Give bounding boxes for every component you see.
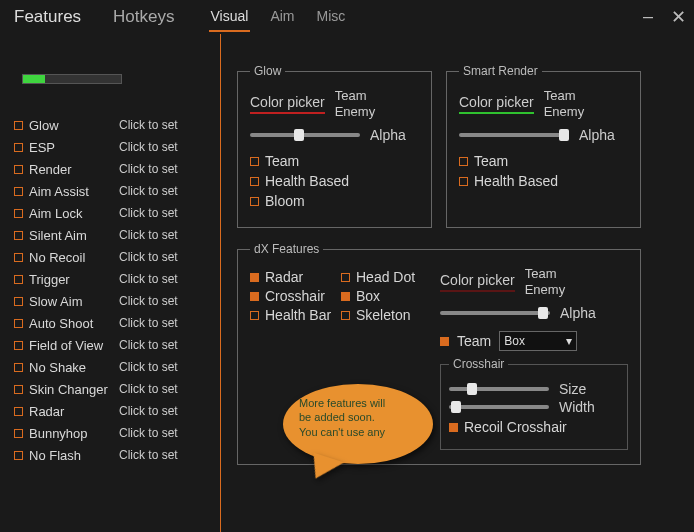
crosshair-width-slider[interactable]	[449, 405, 549, 409]
dx-team-checkbox[interactable]	[440, 337, 449, 346]
feature-hotkey-set[interactable]: Click to set	[119, 448, 178, 462]
subtab-visual[interactable]: Visual	[209, 2, 251, 32]
feature-checkbox[interactable]	[14, 121, 23, 130]
sidebar: GlowClick to setESPClick to setRenderCli…	[0, 34, 220, 532]
feature-label: No Shake	[29, 360, 119, 375]
smart-team-checkbox[interactable]	[459, 157, 468, 166]
glow-alpha-slider[interactable]	[250, 133, 360, 137]
smart-color-picker[interactable]: Color picker	[459, 94, 534, 114]
smart-enemy-label[interactable]: Enemy	[544, 104, 584, 120]
chevron-down-icon: ▾	[566, 334, 572, 348]
glow-team-checkbox[interactable]	[250, 157, 259, 166]
crosshair-group: Crosshair Size Width Recoil Crosshair	[440, 357, 628, 450]
crosshair-size-slider[interactable]	[449, 387, 549, 391]
dx-alpha-label: Alpha	[560, 305, 596, 321]
feature-hotkey-set[interactable]: Click to set	[119, 404, 178, 418]
feature-label: Bunnyhop	[29, 426, 119, 441]
feature-hotkey-set[interactable]: Click to set	[119, 206, 178, 220]
feature-label: ESP	[29, 140, 119, 155]
feature-checkbox[interactable]	[14, 341, 23, 350]
feature-label: Skin Changer	[29, 382, 119, 397]
glow-title: Glow	[250, 64, 285, 78]
smart-team-label[interactable]: Team	[544, 88, 584, 104]
feature-checkbox[interactable]	[14, 385, 23, 394]
feature-checkbox[interactable]	[14, 187, 23, 196]
feature-checkbox[interactable]	[14, 407, 23, 416]
dx-color-picker[interactable]: Color picker	[440, 272, 515, 292]
feature-checkbox[interactable]	[14, 429, 23, 438]
close-icon[interactable]: ✕	[671, 6, 686, 28]
dx-title: dX Features	[250, 242, 323, 256]
dx-checkbox[interactable]	[250, 292, 259, 301]
feature-hotkey-set[interactable]: Click to set	[119, 426, 178, 440]
smart-health-checkbox[interactable]	[459, 177, 468, 186]
visual-panel: Glow Color picker Team Enemy Alpha Team …	[220, 34, 694, 532]
tab-features[interactable]: Features	[8, 3, 87, 31]
smart-alpha-slider[interactable]	[459, 133, 569, 137]
feature-hotkey-set[interactable]: Click to set	[119, 184, 178, 198]
tab-hotkeys[interactable]: Hotkeys	[107, 3, 180, 31]
glow-team-label[interactable]: Team	[335, 88, 375, 104]
feature-label: Field of View	[29, 338, 119, 353]
feature-label: Radar	[29, 404, 119, 419]
dx-team-label[interactable]: Team	[525, 266, 565, 282]
feature-hotkey-set[interactable]: Click to set	[119, 382, 178, 396]
dx-checkbox[interactable]	[250, 273, 259, 282]
feature-checkbox[interactable]	[14, 275, 23, 284]
dx-checkbox[interactable]	[341, 292, 350, 301]
dx-checkbox[interactable]	[250, 311, 259, 320]
feature-label: Render	[29, 162, 119, 177]
subtab-misc[interactable]: Misc	[315, 2, 348, 32]
feature-label: Aim Lock	[29, 206, 119, 221]
feature-checkbox[interactable]	[14, 231, 23, 240]
feature-hotkey-set[interactable]: Click to set	[119, 360, 178, 374]
feature-checkbox[interactable]	[14, 319, 23, 328]
glow-color-picker[interactable]: Color picker	[250, 94, 325, 114]
feature-checkbox[interactable]	[14, 451, 23, 460]
glow-alpha-label: Alpha	[370, 127, 406, 143]
smart-title: Smart Render	[459, 64, 542, 78]
feature-hotkey-set[interactable]: Click to set	[119, 294, 178, 308]
recoil-crosshair-checkbox[interactable]	[449, 423, 458, 432]
feature-hotkey-set[interactable]: Click to set	[119, 250, 178, 264]
feature-checkbox[interactable]	[14, 253, 23, 262]
feature-checkbox[interactable]	[14, 143, 23, 152]
feature-checkbox[interactable]	[14, 363, 23, 372]
minimize-icon[interactable]: –	[643, 6, 653, 28]
feature-label: Glow	[29, 118, 119, 133]
smart-render-panel: Smart Render Color picker Team Enemy Alp…	[446, 64, 641, 228]
progress-bar	[22, 74, 122, 84]
dx-checkbox[interactable]	[341, 311, 350, 320]
feature-hotkey-set[interactable]: Click to set	[119, 228, 178, 242]
dx-alpha-slider[interactable]	[440, 311, 550, 315]
feature-checkbox[interactable]	[14, 297, 23, 306]
feature-checkbox[interactable]	[14, 165, 23, 174]
smart-alpha-label: Alpha	[579, 127, 615, 143]
feature-hotkey-set[interactable]: Click to set	[119, 272, 178, 286]
subtab-aim[interactable]: Aim	[268, 2, 296, 32]
glow-health-checkbox[interactable]	[250, 177, 259, 186]
feature-hotkey-set[interactable]: Click to set	[119, 140, 178, 154]
feature-label: Slow Aim	[29, 294, 119, 309]
feature-label: No Recoil	[29, 250, 119, 265]
feature-hotkey-set[interactable]: Click to set	[119, 316, 178, 330]
feature-hotkey-set[interactable]: Click to set	[119, 162, 178, 176]
feature-label: Aim Assist	[29, 184, 119, 199]
feature-label: Auto Shoot	[29, 316, 119, 331]
dx-enemy-label[interactable]: Enemy	[525, 282, 565, 298]
feature-hotkey-set[interactable]: Click to set	[119, 118, 178, 132]
glow-bloom-checkbox[interactable]	[250, 197, 259, 206]
info-bubble: More features will be added soon. You ca…	[283, 384, 433, 479]
feature-label: Silent Aim	[29, 228, 119, 243]
glow-enemy-label[interactable]: Enemy	[335, 104, 375, 120]
dx-checkbox[interactable]	[341, 273, 350, 282]
feature-label: Trigger	[29, 272, 119, 287]
glow-panel: Glow Color picker Team Enemy Alpha Team …	[237, 64, 432, 228]
feature-hotkey-set[interactable]: Click to set	[119, 338, 178, 352]
feature-label: No Flash	[29, 448, 119, 463]
dx-box-dropdown[interactable]: Box▾	[499, 331, 577, 351]
feature-checkbox[interactable]	[14, 209, 23, 218]
